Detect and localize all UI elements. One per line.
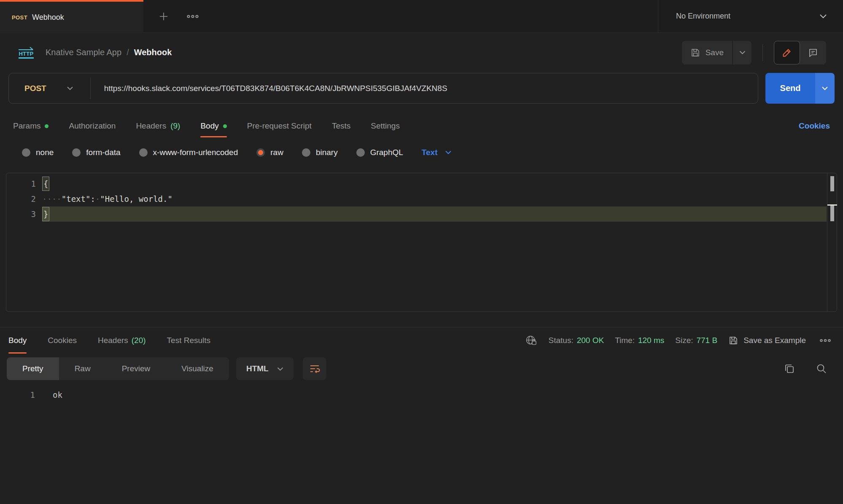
- time-pair[interactable]: Time: 120 ms: [615, 336, 664, 345]
- breadcrumb-request-name[interactable]: Webhook: [134, 48, 172, 57]
- word-wrap-icon: [309, 364, 320, 374]
- body-type-form-data[interactable]: form-data: [72, 148, 120, 157]
- ellipsis-icon: [186, 14, 199, 19]
- mode-visualize[interactable]: Visualize: [166, 357, 229, 380]
- line-number: 1: [6, 176, 36, 191]
- network-globe-lock-icon[interactable]: [525, 335, 538, 346]
- response-format-selector[interactable]: HTML: [236, 357, 294, 380]
- tab-headers[interactable]: Headers (9): [136, 116, 180, 137]
- response-tabs: Body Cookies Headers (20) Test Results: [8, 327, 210, 354]
- response-tab-test-results[interactable]: Test Results: [167, 327, 210, 354]
- radio-icon[interactable]: [139, 148, 148, 157]
- chevron-down-icon: [821, 86, 828, 91]
- pencil-icon: [782, 48, 792, 58]
- status-pair[interactable]: Status: 200 OK: [549, 336, 604, 345]
- edit-comment-group: [774, 41, 826, 64]
- save-options-button[interactable]: [733, 41, 751, 64]
- http-request-icon: HTTP: [17, 47, 35, 59]
- url-box: POST: [8, 73, 758, 104]
- divider: [90, 78, 91, 99]
- scrollbar-thumb[interactable]: [830, 176, 834, 191]
- breadcrumb-collection[interactable]: Knative Sample App: [46, 48, 121, 57]
- response-tab-cookies[interactable]: Cookies: [48, 327, 77, 354]
- chevron-down-icon[interactable]: [67, 86, 73, 91]
- editor-line-2[interactable]: 2 ····"text":·"Hello, world.": [6, 191, 827, 206]
- save-button[interactable]: Save: [682, 41, 732, 64]
- tab-tests[interactable]: Tests: [332, 116, 350, 137]
- comment-icon: [808, 48, 818, 58]
- radio-icon[interactable]: [302, 148, 310, 157]
- editor-line-3-active[interactable]: 3 }: [6, 206, 827, 222]
- request-url-row: POST Send: [0, 73, 843, 104]
- radio-icon[interactable]: [72, 148, 81, 157]
- radio-icon[interactable]: [22, 148, 30, 157]
- editor-line-1[interactable]: 1 {: [6, 176, 827, 191]
- request-tab-active[interactable]: POST Webhook: [0, 0, 143, 33]
- send-button[interactable]: Send: [765, 73, 815, 104]
- chevron-down-icon: [819, 14, 827, 19]
- scrollbar-thumb[interactable]: [830, 206, 834, 221]
- floppy-icon: [728, 335, 738, 346]
- postman-app: POST Webhook No Environment HTTP Knative…: [0, 0, 843, 504]
- word-wrap-button[interactable]: [303, 357, 326, 380]
- response-time: 120 ms: [638, 336, 664, 345]
- cookies-link[interactable]: Cookies: [799, 121, 830, 132]
- editor-scrollbar[interactable]: [827, 173, 837, 311]
- radio-icon[interactable]: [356, 148, 365, 157]
- divider: [762, 44, 763, 61]
- tab-title: Webhook: [32, 13, 64, 22]
- body-type-binary[interactable]: binary: [302, 148, 338, 157]
- tab-params[interactable]: Params: [13, 116, 48, 137]
- comment-button[interactable]: [800, 41, 826, 64]
- body-type-raw[interactable]: raw: [256, 148, 283, 157]
- mode-preview[interactable]: Preview: [106, 357, 166, 380]
- plus-icon: [159, 11, 169, 21]
- breadcrumb: Knative Sample App / Webhook: [46, 48, 172, 57]
- view-mode-segments: Pretty Raw Preview Visualize: [7, 357, 229, 380]
- chevron-down-icon: [739, 51, 746, 54]
- mode-raw[interactable]: Raw: [59, 357, 106, 380]
- unsaved-dot: [45, 124, 48, 128]
- method-selector[interactable]: POST: [24, 84, 46, 93]
- response-size: 771 B: [696, 336, 717, 345]
- response-body-viewer[interactable]: 1 ok: [0, 387, 843, 402]
- tab-options-button[interactable]: [186, 14, 199, 19]
- request-tabs: Params Authorization Headers (9) Body Pr…: [0, 116, 843, 137]
- floppy-icon: [690, 48, 700, 58]
- body-type-graphql[interactable]: GraphQL: [356, 148, 403, 157]
- line-number: 2: [6, 191, 36, 206]
- response-tab-body[interactable]: Body: [8, 327, 27, 354]
- matched-brace: {: [42, 177, 49, 191]
- send-options-button[interactable]: [815, 73, 835, 104]
- response-tab-headers[interactable]: Headers (20): [98, 327, 146, 354]
- response-options-icon[interactable]: [819, 338, 831, 343]
- response-meta: Status: 200 OK Time: 120 ms Size: 771 B …: [525, 335, 831, 346]
- chevron-down-icon: [277, 367, 283, 371]
- response-section: Body Cookies Headers (20) Test Results: [0, 327, 843, 402]
- response-toolbar: Pretty Raw Preview Visualize HTML: [0, 357, 843, 381]
- body-type-none[interactable]: none: [22, 148, 54, 157]
- tab-body[interactable]: Body: [200, 116, 226, 137]
- mode-pretty[interactable]: Pretty: [7, 357, 59, 380]
- radio-selected-icon[interactable]: [256, 148, 265, 157]
- save-as-example-button[interactable]: Save as Example: [728, 335, 806, 346]
- breadcrumb-separator: /: [127, 48, 129, 57]
- line-number: 3: [6, 206, 36, 222]
- environment-label: No Environment: [676, 12, 730, 21]
- tab-authorization[interactable]: Authorization: [69, 116, 116, 137]
- request-header-row: HTTP Knative Sample App / Webhook Save: [0, 33, 843, 72]
- url-input[interactable]: [104, 84, 589, 93]
- response-line-1: 1 ok: [0, 387, 843, 402]
- search-icon[interactable]: [816, 363, 827, 374]
- environment-selector[interactable]: No Environment: [658, 0, 843, 33]
- raw-format-selector[interactable]: Text: [422, 148, 452, 157]
- new-tab-button[interactable]: [159, 11, 169, 21]
- edit-button[interactable]: [774, 41, 800, 64]
- response-header-row: Body Cookies Headers (20) Test Results: [0, 327, 843, 354]
- size-pair[interactable]: Size: 771 B: [675, 336, 717, 345]
- copy-icon[interactable]: [784, 363, 795, 374]
- tab-pre-request-script[interactable]: Pre-request Script: [247, 116, 312, 137]
- body-type-x-www-form-urlencoded[interactable]: x-www-form-urlencoded: [139, 148, 238, 157]
- request-body-editor[interactable]: 1 { 2 ····"text":·"Hello, world." 3 }: [6, 173, 837, 312]
- tab-settings[interactable]: Settings: [371, 116, 400, 137]
